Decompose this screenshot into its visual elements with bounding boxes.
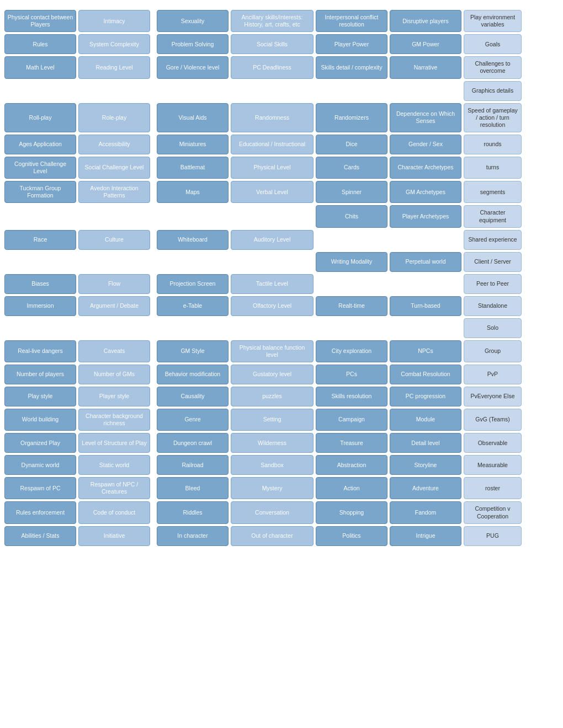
list-item	[4, 252, 76, 272]
list-item: Chits	[316, 205, 387, 227]
list-item: Bleed	[157, 477, 229, 499]
list-item: Campaign	[316, 409, 387, 431]
list-item: PCs	[316, 365, 387, 384]
list-item: Physical contact between Players	[4, 10, 76, 32]
list-item	[152, 205, 155, 227]
table-row: Physical contact between PlayersIntimacy…	[4, 10, 559, 32]
list-item	[4, 318, 76, 338]
table-row: World buildingCharacter background richn…	[4, 409, 559, 431]
list-item	[390, 274, 461, 294]
list-item: Randomizers	[316, 103, 387, 132]
list-item: Shared experience	[464, 230, 522, 250]
list-item: Problem Solving	[157, 34, 229, 54]
list-item	[390, 81, 461, 101]
list-item	[152, 477, 155, 499]
list-item: puzzles	[231, 387, 314, 406]
list-item	[316, 230, 387, 250]
list-item	[152, 501, 155, 523]
list-item: Static world	[78, 455, 150, 475]
list-item	[78, 318, 150, 338]
list-item: Tactile Level	[231, 274, 314, 294]
list-item	[231, 318, 314, 338]
list-item: Rules enforcement	[4, 501, 76, 523]
list-item: Adventure	[390, 477, 461, 499]
list-item: GM Archetypes	[390, 181, 461, 203]
list-item: Race	[4, 230, 76, 250]
list-item: Turn-based	[390, 296, 461, 316]
list-item: Dependence on Which Senses	[390, 103, 461, 132]
list-item: Storyline	[390, 455, 461, 475]
list-item: Mystery	[231, 477, 314, 499]
list-item: Graphics details	[464, 81, 522, 101]
list-item: Client / Server	[464, 252, 522, 272]
list-item: Observable	[464, 433, 522, 453]
list-item: Visual Aids	[157, 103, 229, 132]
list-item	[231, 252, 314, 272]
list-item: Flow	[78, 274, 150, 294]
list-item: Ages Application	[4, 135, 76, 154]
list-item: e-Table	[157, 296, 229, 316]
list-item	[390, 230, 461, 250]
list-item: Module	[390, 409, 461, 431]
list-item: Dungeon crawl	[157, 433, 229, 453]
table-row: BiasesFlowProjection ScreenTactile Level…	[4, 274, 559, 294]
list-item: Shopping	[316, 501, 387, 523]
list-item: PvEveryone Else	[464, 387, 522, 406]
list-item: Tuckman Group Formation	[4, 181, 76, 203]
grid-container: Physical contact between PlayersIntimacy…	[0, 10, 563, 559]
list-item: Accessibility	[78, 135, 150, 154]
list-item	[152, 387, 155, 406]
list-item	[157, 205, 229, 227]
list-item: Wilderness	[231, 433, 314, 453]
list-item	[316, 318, 387, 338]
list-item: Abstraction	[316, 455, 387, 475]
list-item	[152, 157, 155, 179]
list-item: Battlemat	[157, 157, 229, 179]
list-item: Group	[464, 340, 522, 362]
list-item: Spinner	[316, 181, 387, 203]
list-item: Gore / Violence level	[157, 56, 229, 78]
list-item: City exploration	[316, 340, 387, 362]
list-item: Intrigue	[390, 526, 461, 546]
list-item: Math Level	[4, 56, 76, 78]
list-item	[157, 252, 229, 272]
list-item: Immersion	[4, 296, 76, 316]
list-item: Combat Resolution	[390, 365, 461, 384]
list-item: In character	[157, 526, 229, 546]
list-item	[390, 318, 461, 338]
list-item: Organized Play	[4, 433, 76, 453]
page-title	[0, 0, 563, 10]
list-item: Intimacy	[78, 10, 150, 32]
list-item: Interpersonal conflict resolution	[316, 10, 387, 32]
list-item: Level of Structure of Play	[78, 433, 150, 453]
list-item: Genre	[157, 409, 229, 431]
table-row: Tuckman Group FormationAvedon Interactio…	[4, 181, 559, 203]
list-item: Disruptive players	[390, 10, 461, 32]
list-item: Narrative	[390, 56, 461, 78]
table-row: Number of playersNumber of GMsBehavior m…	[4, 365, 559, 384]
table-row: Writing ModalityPerpetual worldClient / …	[4, 252, 559, 272]
list-item: Maps	[157, 181, 229, 203]
list-item: Caveats	[78, 340, 150, 362]
list-item: GM Power	[390, 34, 461, 54]
table-row: ImmersionArgument / Debatee-TableOlfacto…	[4, 296, 559, 316]
list-item: roster	[464, 477, 522, 499]
list-item: Auditory Level	[231, 230, 314, 250]
list-item: Culture	[78, 230, 150, 250]
list-item	[157, 318, 229, 338]
list-item	[152, 433, 155, 453]
list-item: Skills resolution	[316, 387, 387, 406]
list-item: Physical Level	[231, 157, 314, 179]
list-item: Politics	[316, 526, 387, 546]
list-item	[152, 181, 155, 203]
list-item	[4, 205, 76, 227]
list-item: PC Deadliness	[231, 56, 314, 78]
list-item: Character background richness	[78, 409, 150, 431]
list-item: Respawn of NPC / Creatures	[78, 477, 150, 499]
table-row: Roll-playRole-playVisual AidsRandomnessR…	[4, 103, 559, 132]
list-item: turns	[464, 157, 522, 179]
list-item: Olfactory Level	[231, 296, 314, 316]
list-item: Speed of gameplay / action / turn resolu…	[464, 103, 522, 132]
list-item	[231, 205, 314, 227]
list-item: Randomness	[231, 103, 314, 132]
